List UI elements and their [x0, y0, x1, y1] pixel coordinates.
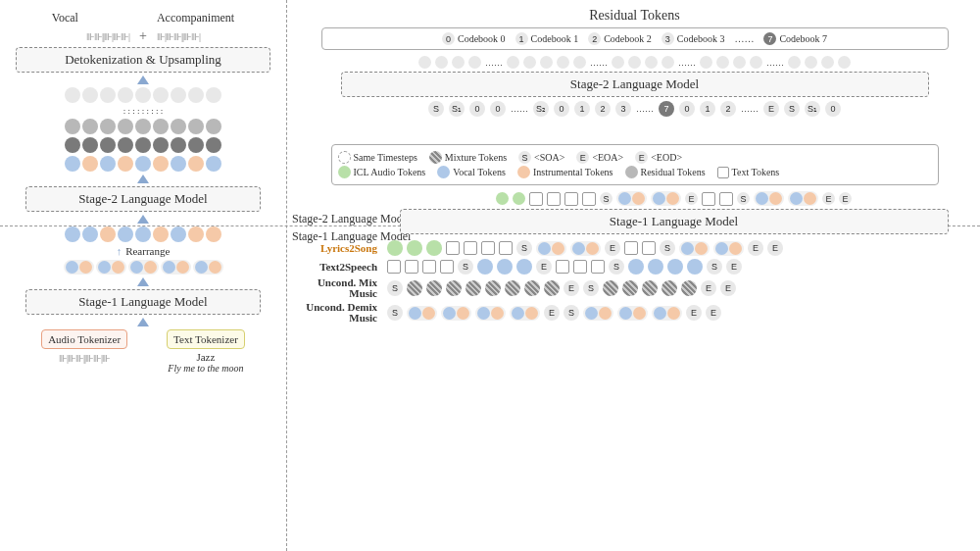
vocal-label: Vocal: [52, 11, 78, 25]
codebook-legend: 0Codebook 0 1Codebook 1 2Codebook 2 3Cod…: [321, 27, 949, 50]
dark-row: [12, 137, 274, 153]
vdots: : : : : : : : : :: [12, 106, 274, 116]
blue-orange-row: [12, 156, 274, 172]
plus-sign: +: [139, 28, 147, 44]
up-arrow-2: [137, 175, 149, 183]
accompaniment-label: Accompaniment: [157, 11, 234, 25]
stage1-box: Stage-1 Language Model: [25, 289, 261, 315]
token-legend: Same Timesteps Mixture Tokens S<SOA> E<E…: [331, 144, 939, 185]
output-row-light: [12, 87, 274, 103]
uncond-demix-row: Uncond. Demix Music S E S E E: [301, 302, 968, 324]
residual-title: Residual Tokens: [301, 8, 968, 24]
up-arrow-5: [137, 318, 149, 326]
lyrics-input: Fly me to the moon: [167, 363, 245, 374]
stage1-output-row: S E S E E: [379, 191, 968, 206]
up-arrow-3: [137, 215, 149, 224]
right-panel: Residual Tokens 0Codebook 0 1Codebook 1 …: [289, 0, 980, 551]
up-arrow-1: [137, 75, 149, 84]
stage2-output-row: …… …… …… ……: [301, 56, 968, 69]
wave-vocal: ⊪⊪||⊪|⊪⊪|: [86, 31, 129, 42]
wave-accomp: ⊪|⊪⊪||⊪⊪|: [157, 31, 200, 42]
stage2-input-row: S S₁ 0 0 …… S₂ 0 1 2 3 …… 7 0 1 2 …… E S…: [301, 101, 968, 117]
wave-input: ⊪|⊪⊪||⊪⊪|⊪: [41, 353, 127, 364]
paired-row: [12, 260, 274, 275]
genre-input: Jazz: [167, 351, 245, 363]
uncond-mix-row: Uncond. Mix Music S E S E E: [301, 277, 968, 299]
detok-box: Detokenization & Upsampling: [16, 47, 270, 73]
audio-tokenizer-box: Audio Tokenizer: [41, 329, 127, 349]
stage2-box: Stage-2 Language Model: [25, 186, 261, 212]
rearrange-label: Rearrange: [125, 245, 170, 257]
stage2-model-box: Stage-2 Language Model: [341, 72, 929, 97]
up-arrow-4: [137, 277, 149, 286]
left-panel: Vocal Accompaniment ⊪⊪||⊪|⊪⊪| + ⊪|⊪⊪||⊪⊪…: [0, 0, 286, 551]
lyrics2song-row: Lyrics2Song S E S E E: [301, 240, 968, 256]
interleaved-row: [12, 226, 274, 242]
text2speech-row: Text2Speech S E S S E: [301, 259, 968, 275]
text-tokenizer-box: Text Tokenizer: [167, 329, 245, 349]
stage1-model-box: Stage-1 Language Model: [400, 209, 949, 234]
mid-row-1: [12, 119, 274, 134]
